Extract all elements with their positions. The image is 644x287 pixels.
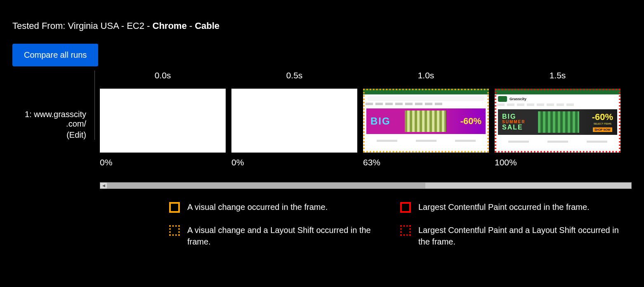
tested-from-line: Tested From: Virginia USA - EC2 - Chrome… [12,21,632,31]
frame-percent-0: 0% [100,158,226,167]
frame-time-2: 1.0s [363,71,489,80]
frame-percent-2: 63% [363,158,489,167]
legend: A visual change occurred in the frame. L… [169,201,632,247]
row-index-and-site: 1: www.grasscity [12,110,86,119]
banner-products-icon [405,111,446,132]
frame-time-3: 1.5s [495,71,620,80]
legend-text-visual-change-ls: A visual change and a Layout Shift occur… [187,224,396,247]
banner-pink: BIG -60% [366,108,486,134]
legend-text-visual-change: A visual change occurred in the frame. [187,201,328,213]
site-logo-text: Grasscity [510,97,526,101]
legend-swatch-orange-dotted-icon [169,225,180,236]
banner-big-text: BIG [370,115,391,127]
filmstrip-timeline: 1: www.grasscity .com/ (Edit) 0.0s 0% 0.… [12,71,632,167]
tested-from-location: Virginia USA - EC2 [68,21,144,31]
banner-select-items: SELECT ITEMS [592,122,613,125]
row-site-line2: .com/ [12,119,86,129]
banner-products-icon [538,111,579,133]
frame-col-0: 0.0s 0% [100,71,226,167]
frame-percent-1: 0% [231,158,357,167]
legend-lcp-ls: Largest Contentful Paint and a Layout Sh… [400,224,631,247]
sep2: - [187,21,195,31]
frame-col-2: 1.0s BIG -60% 63% [363,71,489,167]
filmstrip-frames: 0.0s 0% 0.5s 0% 1.0s BIG [95,71,632,167]
banner-percent: -60% [592,112,613,122]
legend-visual-change: A visual change occurred in the frame. [169,201,396,213]
site-logo-icon [498,96,507,102]
tested-from-prefix: Tested From: [12,21,68,31]
legend-text-lcp-ls: Largest Contentful Paint and a Layout Sh… [418,224,631,247]
legend-lcp: Largest Contentful Paint occurred in the… [400,201,631,213]
tested-from-connection: Cable [195,21,219,31]
legend-swatch-red-dotted-icon [400,225,411,236]
filmstrip-horizontal-scrollbar[interactable]: ◀ [100,182,632,189]
frame-col-1: 0.5s 0% [231,71,357,167]
tested-from-browser: Chrome [153,21,187,31]
frame-thumbnail-1[interactable] [231,89,357,153]
banner-shop-now: SHOP NOW [593,127,612,132]
legend-swatch-orange-solid-icon [169,202,180,213]
edit-link[interactable]: (Edit) [12,130,86,140]
frame-col-3: 1.5s Grasscity BIG SUMMER SALE [495,71,620,167]
frame-thumbnail-2[interactable]: BIG -60% [363,89,489,153]
banner-dark: BIG SUMMER SALE -60% SELECT ITEMS SHOP N… [498,109,617,135]
banner-percent: -60% [460,116,481,127]
frame-percent-3: 100% [495,158,620,167]
banner-line1: BIG [502,113,525,120]
banner-line3: SALE [502,124,525,131]
legend-text-lcp: Largest Contentful Paint occurred in the… [418,201,590,213]
frame-time-1: 0.5s [231,71,357,80]
scrollbar-thumb[interactable] [107,183,425,188]
sep1: - [144,21,153,31]
legend-swatch-red-solid-icon [400,202,411,213]
frame-time-0: 0.0s [100,71,226,80]
legend-visual-change-ls: A visual change and a Layout Shift occur… [169,224,396,247]
frame-thumbnail-0[interactable] [100,89,226,153]
test-row-label: 1: www.grasscity .com/ (Edit) [12,71,95,140]
compare-all-runs-button[interactable]: Compare all runs [12,44,98,66]
frame-thumbnail-3[interactable]: Grasscity BIG SUMMER SALE -60% S [495,89,620,153]
scroll-left-arrow-icon[interactable]: ◀ [100,183,107,188]
